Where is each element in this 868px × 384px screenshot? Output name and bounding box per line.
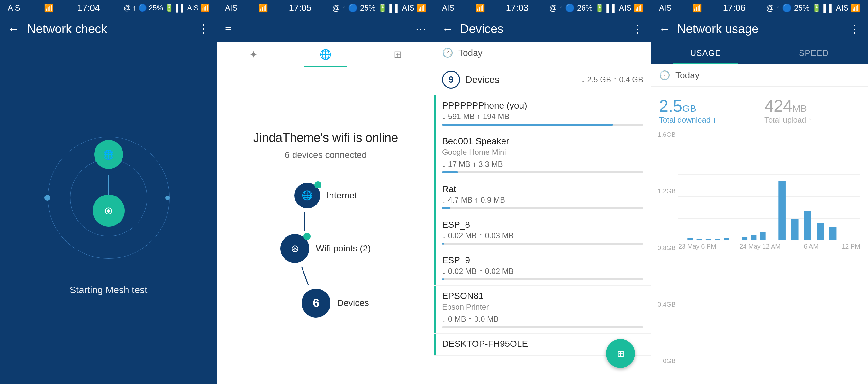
diagram-line-2 xyxy=(301,267,308,285)
svg-rect-13 xyxy=(751,235,756,240)
y-label-2: 1.2GB xyxy=(657,187,676,195)
back-icon-1[interactable]: ← xyxy=(8,22,19,36)
back-icon-4[interactable]: ← xyxy=(659,22,671,36)
device-usage-bar-esp8 xyxy=(442,243,643,245)
dot-right xyxy=(165,196,170,200)
x-label-3: 6 AM xyxy=(804,243,818,250)
page-title-1: Network check xyxy=(27,22,107,36)
device-name-phone: PPPPPPPhone (you) xyxy=(442,101,643,111)
tab-usage[interactable]: USAGE xyxy=(651,42,760,64)
device-stats-esp9: ↓ 0.02 MB ↑ 0.02 MB xyxy=(442,267,643,276)
devices-label: Devices xyxy=(337,298,369,308)
hamburger-icon[interactable]: ≡ xyxy=(225,23,231,35)
mesh-test-status: Starting Mesh test xyxy=(70,284,148,295)
device-bar-fill-esp8 xyxy=(442,243,444,245)
more-options-icon-3[interactable]: ⋮ xyxy=(632,23,643,35)
device-sub-speaker: Google Home Mini xyxy=(442,148,643,157)
device-bar-indicator xyxy=(434,179,436,214)
wifi-node: ⊛ xyxy=(93,195,125,227)
period-label-3: Today xyxy=(459,48,483,58)
time-1: 17:04 xyxy=(77,3,100,13)
back-icon-3[interactable]: ← xyxy=(442,22,454,36)
svg-rect-16 xyxy=(791,219,799,240)
usage-tab-bar: USAGE SPEED xyxy=(651,42,868,64)
chart-svg xyxy=(678,131,860,240)
filter-bar-3[interactable]: 🕐 Today xyxy=(434,42,651,64)
usage-stats: 2.5GB Total download ↓ 424MB Total uploa… xyxy=(651,87,868,131)
more-options-icon-1[interactable]: ⋮ xyxy=(198,22,209,36)
device-bar-indicator xyxy=(434,334,436,355)
wifi-content: JindaTheme's wifi is online 6 devices co… xyxy=(217,67,434,384)
globe-node: 🌐 xyxy=(94,140,123,169)
internet-node: 🌐 Internet xyxy=(294,183,357,208)
dot-left xyxy=(44,195,50,201)
status-icons-4: @ ↑ 🔵 25% 🔋 ▌▌ AIS 📶 xyxy=(767,3,860,12)
carrier-2: AIS xyxy=(225,3,238,12)
device-item-epson[interactable]: EPSON81 Epson Printer ↓ 0 MB ↑ 0.0 MB xyxy=(434,286,651,334)
device-item-phone[interactable]: PPPPPPPhone (you) ↓ 591 MB ↑ 194 MB xyxy=(434,95,651,131)
status-icons-3: @ ↑ 🔵 26% 🔋 ▌▌ AIS 📶 xyxy=(550,3,643,12)
grid-icon: ⊞ xyxy=(394,49,402,60)
device-bar-indicator xyxy=(434,286,436,333)
more-options-icon-2[interactable]: ⋯ xyxy=(415,23,426,35)
y-label-1: 1.6GB xyxy=(657,131,676,138)
chart-svg-area: 23 May 6 PM 24 May 12 AM 6 AM 12 PM xyxy=(678,131,860,374)
filter-bar-4[interactable]: 🕐 Today xyxy=(651,64,868,87)
upload-stat: 424MB Total upload ↑ xyxy=(755,96,860,125)
time-4: 17:06 xyxy=(723,3,745,13)
upload-value: 424MB xyxy=(765,96,860,115)
tab-devices-grid[interactable]: ⊞ xyxy=(362,41,433,67)
download-stat: 2.5GB Total download ↓ xyxy=(659,96,755,125)
chart-container: 1.6GB 1.2GB 0.8GB 0.4GB 0GB xyxy=(659,131,860,374)
chart-y-axis: 1.6GB 1.2GB 0.8GB 0.4GB 0GB xyxy=(659,131,678,374)
wifi-icon-3: 📶 xyxy=(475,3,485,12)
svg-rect-17 xyxy=(804,211,811,240)
panel-network-check: AIS 📶 17:04 @ ↑ 🔵 25% 🔋 ▌▌ AIS 📶 ← Netwo… xyxy=(0,0,217,384)
y-label-4: 0.4GB xyxy=(657,301,676,308)
status-icons-2: @ ↑ 🔵 25% 🔋 ▌▌ AIS 📶 xyxy=(333,3,426,12)
tab-speed[interactable]: SPEED xyxy=(760,42,868,64)
device-bar-fill-speaker xyxy=(442,171,458,173)
orbit-diagram: 🌐 ⊛ xyxy=(41,130,176,265)
tab-assistant[interactable]: ✦ xyxy=(218,41,289,67)
device-usage-bar-rat xyxy=(442,207,643,209)
panel-network-usage: AIS 📶 17:06 @ ↑ 🔵 25% 🔋 ▌▌ AIS 📶 ← Netwo… xyxy=(651,0,868,384)
internet-label: Internet xyxy=(327,190,357,201)
status-bar-2: AIS 📶 17:05 @ ↑ 🔵 25% 🔋 ▌▌ AIS 📶 xyxy=(217,0,434,16)
wifi-points-node: ⊛ Wifi points (2) xyxy=(280,234,371,263)
svg-rect-18 xyxy=(816,222,824,240)
wifi-icon-4: 📶 xyxy=(692,3,702,12)
tab-speed-label: SPEED xyxy=(799,48,829,58)
device-stats-rat: ↓ 4.7 MB ↑ 0.9 MB xyxy=(442,196,643,205)
download-label: Total download ↓ xyxy=(659,115,755,125)
device-usage-bar-esp9 xyxy=(442,278,643,280)
device-bar-indicator xyxy=(434,250,436,285)
app-bar-3: ← Devices ⋮ xyxy=(434,16,651,42)
device-stats-phone: ↓ 591 MB ↑ 194 MB xyxy=(442,112,643,121)
tab-network[interactable]: 🌐 xyxy=(290,41,361,67)
device-item-speaker[interactable]: Bed001 Speaker Google Home Mini ↓ 17 MB … xyxy=(434,131,651,179)
svg-rect-15 xyxy=(778,181,786,240)
wifi-points-label: Wifi points (2) xyxy=(316,243,371,254)
more-options-icon-4[interactable]: ⋮ xyxy=(849,23,860,35)
device-count-row: 9 Devices ↓ 2.5 GB ↑ 0.4 GB xyxy=(434,64,651,95)
device-item-rat[interactable]: Rat ↓ 4.7 MB ↑ 0.9 MB xyxy=(434,179,651,214)
x-label-2: 24 May 12 AM xyxy=(739,243,780,250)
page-title-3: Devices xyxy=(460,22,503,36)
device-bar-indicator xyxy=(434,95,436,131)
device-item-esp9[interactable]: ESP_9 ↓ 0.02 MB ↑ 0.02 MB xyxy=(434,250,651,286)
device-stats-speaker: ↓ 17 MB ↑ 3.3 MB xyxy=(442,160,643,169)
wifi-points-circle: ⊛ xyxy=(280,234,309,263)
assistant-icon: ✦ xyxy=(249,49,257,60)
page-title-4: Network usage xyxy=(677,22,758,36)
device-name-esp9: ESP_9 xyxy=(442,255,643,266)
upload-label: Total upload ↑ xyxy=(765,115,860,125)
devices-count-label: 6 xyxy=(313,296,319,310)
fab-cast-button[interactable]: ⊞ xyxy=(606,339,635,368)
device-count-stats: ↓ 2.5 GB ↑ 0.4 GB xyxy=(581,75,643,84)
internet-globe-icon: 🌐 xyxy=(302,190,313,201)
device-item-esp8[interactable]: ESP_8 ↓ 0.02 MB ↑ 0.03 MB xyxy=(434,214,651,250)
network-diagram: 🌐 Internet ⊛ Wifi points (2) 6 xyxy=(230,179,421,321)
app-bar-2: ≡ ⋯ xyxy=(217,16,434,42)
x-label-4: 12 PM xyxy=(842,243,860,250)
